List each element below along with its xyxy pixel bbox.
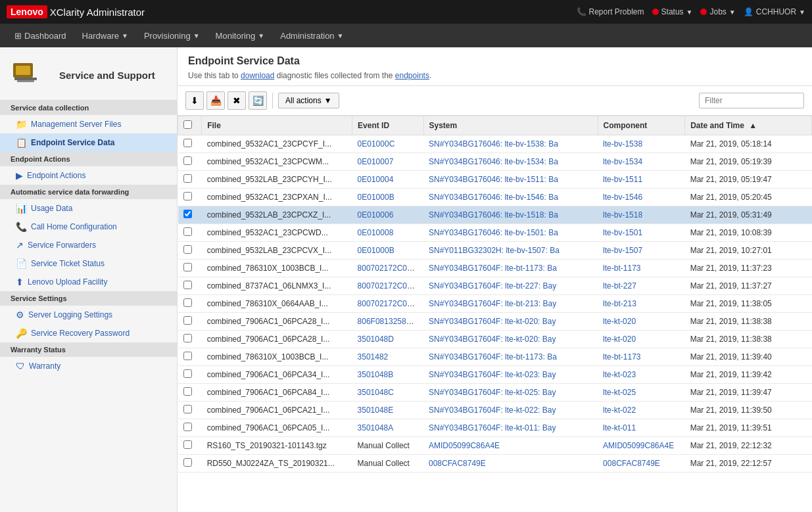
nav-dashboard[interactable]: ⊞ Dashboard: [7, 24, 74, 47]
row-event-id[interactable]: 3501048E: [352, 402, 423, 419]
row-event-id[interactable]: 800702172C02FFFF: [352, 277, 423, 295]
system-link[interactable]: SN#Y034BG17604F: lte-kt-020: Bay: [429, 317, 556, 326]
row-checkbox-cell[interactable]: [178, 135, 202, 153]
row-system[interactable]: SN#Y034BG176046: lte-bv-1518: Ba: [423, 206, 598, 224]
row-system[interactable]: SN#Y034BG17604F: lte-kt-020: Bay: [423, 313, 598, 331]
select-all-checkbox-header[interactable]: [178, 116, 202, 135]
download-link[interactable]: download: [241, 71, 274, 80]
row-checkbox[interactable]: [183, 440, 192, 449]
system-link[interactable]: SN#Y011BG32302H: lte-bv-1507: Ba: [429, 246, 560, 255]
event-id-link[interactable]: 0E01000B: [358, 246, 394, 255]
row-component[interactable]: lte-kt-023: [598, 366, 685, 384]
download-button[interactable]: ⬇: [185, 91, 204, 110]
component-link[interactable]: lte-bv-1546: [603, 193, 642, 202]
system-link[interactable]: SN#Y034BG176046: lte-bv-1501: Ba: [429, 228, 558, 237]
row-checkbox[interactable]: [183, 263, 192, 271]
row-system[interactable]: AMID05099C86A4E: [423, 437, 598, 455]
row-checkbox[interactable]: [183, 352, 192, 360]
row-checkbox[interactable]: [183, 387, 192, 396]
row-checkbox[interactable]: [183, 423, 192, 431]
row-checkbox-cell[interactable]: [178, 171, 202, 189]
system-link[interactable]: SN#Y034BG17604F: lte-bt-1173: Ba: [429, 264, 557, 273]
nav-administration[interactable]: Administration ▼: [272, 24, 351, 47]
row-checkbox[interactable]: [183, 139, 192, 147]
row-system[interactable]: SN#Y034BG176046: lte-bv-1501: Ba: [423, 224, 598, 242]
event-id-link[interactable]: 0E010007: [358, 157, 394, 166]
component-link[interactable]: lte-bv-1507: [603, 246, 642, 255]
row-component[interactable]: lte-bt-1173: [598, 260, 685, 277]
sidebar-item-call-home[interactable]: 📞 Call Home Configuration: [0, 218, 177, 236]
event-id-link[interactable]: 800702172C02FFFF: [358, 264, 423, 273]
system-link[interactable]: SN#Y034BG17604F: lte-kt-022: Bay: [429, 406, 556, 415]
row-event-id[interactable]: 0E010007: [352, 153, 423, 171]
component-link[interactable]: lte-kt-025: [603, 388, 636, 397]
row-checkbox-cell[interactable]: [178, 384, 202, 402]
row-checkbox-cell[interactable]: [178, 206, 202, 224]
event-id-link[interactable]: 0E010008: [358, 228, 394, 237]
row-component[interactable]: lte-bv-1518: [598, 206, 685, 224]
system-link[interactable]: SN#Y034BG176046: lte-bv-1538: Ba: [429, 139, 558, 149]
row-system[interactable]: SN#Y034BG17604F: lte-bt-227: Bay: [423, 277, 598, 295]
event-id-link[interactable]: 3501048B: [358, 370, 394, 379]
row-component[interactable]: lte-bv-1511: [598, 171, 685, 189]
col-event-id[interactable]: Event ID: [352, 116, 423, 135]
filter-input[interactable]: [699, 93, 804, 108]
row-system[interactable]: SN#Y034BG176046: lte-bv-1538: Ba: [423, 135, 598, 153]
row-checkbox[interactable]: [183, 458, 192, 467]
row-checkbox[interactable]: [183, 334, 192, 342]
row-system[interactable]: SN#Y034BG176046: lte-bv-1546: Ba: [423, 189, 598, 206]
row-event-id[interactable]: 3501048A: [352, 419, 423, 437]
row-component[interactable]: lte-bv-1534: [598, 153, 685, 171]
system-link[interactable]: SN#Y034BG17604F: lte-kt-020: Bay: [429, 335, 556, 344]
component-link[interactable]: lte-bv-1538: [603, 139, 642, 149]
sidebar-item-endpoint-actions[interactable]: ▶ Endpoint Actions: [0, 166, 177, 185]
row-event-id[interactable]: 0E01000B: [352, 189, 423, 206]
event-id-link[interactable]: 3501048E: [358, 406, 394, 415]
row-event-id[interactable]: 3501048D: [352, 331, 423, 348]
row-event-id[interactable]: 3501482: [352, 348, 423, 366]
row-checkbox[interactable]: [183, 174, 192, 183]
row-component[interactable]: AMID05099C86A4E: [598, 437, 685, 455]
row-checkbox-cell[interactable]: [178, 455, 202, 473]
row-checkbox[interactable]: [183, 227, 192, 236]
row-checkbox-cell[interactable]: [178, 348, 202, 366]
row-event-id[interactable]: 3501048B: [352, 366, 423, 384]
system-link[interactable]: SN#Y034BG176046: lte-bv-1511: Ba: [429, 175, 558, 184]
row-component[interactable]: lte-kt-020: [598, 331, 685, 348]
component-link[interactable]: lte-bt-227: [603, 281, 636, 291]
sidebar-item-warranty[interactable]: 🛡 Warranty: [0, 357, 177, 375]
event-id-link[interactable]: 3501048A: [358, 423, 394, 432]
event-id-link[interactable]: 800702172C02FFFF: [358, 299, 423, 308]
row-system[interactable]: SN#Y034BG176046: lte-bv-1534: Ba: [423, 153, 598, 171]
event-id-link[interactable]: 3501048D: [358, 335, 394, 344]
row-system[interactable]: SN#Y034BG17604F: lte-kt-025: Bay: [423, 384, 598, 402]
row-system[interactable]: SN#Y034BG17604F: lte-kt-011: Bay: [423, 419, 598, 437]
row-checkbox[interactable]: [183, 405, 192, 413]
system-link[interactable]: SN#Y034BG17604F: lte-bt-227: Bay: [429, 281, 556, 291]
row-system[interactable]: SN#Y011BG32302H: lte-bv-1507: Ba: [423, 242, 598, 260]
system-link[interactable]: AMID05099C86A4E: [429, 441, 500, 450]
row-checkbox-cell[interactable]: [178, 242, 202, 260]
sidebar-item-management-server-files[interactable]: 📁 Management Server Files: [0, 115, 177, 133]
row-event-id[interactable]: 800702172C02FFFF: [352, 295, 423, 313]
col-system[interactable]: System: [423, 116, 598, 135]
sidebar-item-service-ticket-status[interactable]: 📄 Service Ticket Status: [0, 254, 177, 273]
row-event-id[interactable]: 0E010004: [352, 171, 423, 189]
row-checkbox[interactable]: [183, 369, 192, 378]
row-component[interactable]: 008CFAC8749E: [598, 455, 685, 473]
event-id-link[interactable]: 0E010004: [358, 175, 394, 184]
row-checkbox-cell[interactable]: [178, 224, 202, 242]
row-system[interactable]: SN#Y034BG17604F: lte-bt-1173: Ba: [423, 348, 598, 366]
row-checkbox-cell[interactable]: [178, 437, 202, 455]
event-id-link[interactable]: 0E01000B: [358, 193, 394, 202]
row-component[interactable]: lte-kt-011: [598, 419, 685, 437]
row-checkbox[interactable]: [183, 210, 192, 218]
row-component[interactable]: lte-bv-1538: [598, 135, 685, 153]
system-link[interactable]: SN#Y034BG17604F: lte-kt-011: Bay: [429, 423, 556, 432]
row-checkbox[interactable]: [183, 281, 192, 289]
row-event-id[interactable]: 0E01000C: [352, 135, 423, 153]
row-system[interactable]: SN#Y034BG176046: lte-bv-1511: Ba: [423, 171, 598, 189]
system-link[interactable]: SN#Y034BG17604F: lte-bt-1173: Ba: [429, 352, 557, 361]
system-link[interactable]: SN#Y034BG17604F: lte-kt-025: Bay: [429, 388, 556, 397]
row-component[interactable]: lte-kt-025: [598, 384, 685, 402]
